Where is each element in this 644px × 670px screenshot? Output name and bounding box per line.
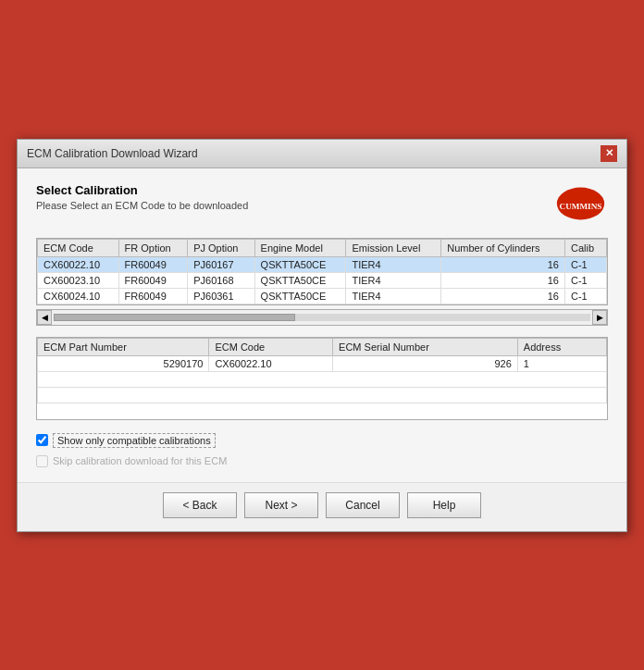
help-button[interactable]: Help (407, 492, 481, 518)
cell-address: 1 (517, 355, 606, 371)
cell-emission-level: TIER4 (346, 256, 441, 272)
cell-emission-level: TIER4 (346, 288, 441, 304)
header-text: Select Calibration Please Select an ECM … (36, 183, 248, 211)
lower-table-container: ECM Part Number ECM Code ECM Serial Numb… (36, 337, 608, 420)
upper-table-header: ECM Code FR Option PJ Option Engine Mode… (38, 239, 607, 256)
col-address: Address (517, 338, 606, 355)
dialog-title: ECM Calibration Download Wizard (27, 147, 198, 160)
col-cylinders: Number of Cylinders (441, 239, 565, 256)
col-ecm-code-lower: ECM Code (209, 338, 333, 355)
cancel-button[interactable]: Cancel (326, 492, 400, 518)
compatible-label[interactable]: Show only compatible calibrations (53, 433, 216, 448)
section-subtitle: Please Select an ECM Code to be download… (36, 200, 248, 211)
cell-cylinders: 16 (441, 272, 565, 288)
dialog-content: Select Calibration Please Select an ECM … (18, 168, 626, 482)
col-pj-option: PJ Option (188, 239, 254, 256)
cell-cylinders: 16 (441, 256, 565, 272)
table-row[interactable]: CX60023.10 FR60049 PJ60168 QSKTTA50CE TI… (38, 272, 607, 288)
lower-table-header: ECM Part Number ECM Code ECM Serial Numb… (38, 338, 607, 355)
cell-pj-option: PJ60168 (188, 272, 254, 288)
upper-table: ECM Code FR Option PJ Option Engine Mode… (37, 239, 607, 304)
header-section: Select Calibration Please Select an ECM … (36, 183, 608, 225)
skip-checkbox-row: Skip calibration download for this ECM (36, 455, 608, 467)
cell-calib: C-1 (564, 272, 606, 288)
logo-svg: CUMMINS (555, 185, 606, 222)
cell-pj-option: PJ60167 (188, 256, 254, 272)
table-row[interactable]: CX60024.10 FR60049 PJ60361 QSKTTA50CE TI… (38, 288, 607, 304)
cell-ecm-code: CX60022.10 (209, 355, 333, 371)
scroll-thumb[interactable] (54, 314, 295, 321)
dialog-window: ECM Calibration Download Wizard ✕ Select… (17, 139, 627, 532)
next-button[interactable]: Next > (244, 492, 318, 518)
upper-table-container: ECM Code FR Option PJ Option Engine Mode… (36, 238, 608, 305)
cummins-logo: CUMMINS (552, 183, 608, 225)
cell-ecm-code: CX60024.10 (38, 288, 119, 304)
lower-table: ECM Part Number ECM Code ECM Serial Numb… (37, 338, 607, 403)
scroll-track[interactable] (54, 314, 590, 321)
button-row: < Back Next > Cancel Help (18, 482, 626, 531)
cell-cylinders: 16 (441, 288, 565, 304)
compatible-checkbox-row: Show only compatible calibrations (36, 433, 608, 448)
cell-fr-option: FR60049 (118, 272, 188, 288)
col-fr-option: FR Option (118, 239, 188, 256)
col-calib: Calib (564, 239, 606, 256)
table-row[interactable]: CX60022.10 FR60049 PJ60167 QSKTTA50CE TI… (38, 256, 607, 272)
upper-table-body[interactable]: CX60022.10 FR60049 PJ60167 QSKTTA50CE TI… (38, 256, 607, 304)
cell-fr-option: FR60049 (118, 288, 188, 304)
horizontal-scrollbar[interactable]: ◀ ▶ (36, 309, 608, 326)
cell-calib: C-1 (564, 288, 606, 304)
section-title: Select Calibration (36, 183, 248, 197)
table-row[interactable]: 5290170 CX60022.10 926 1 (38, 355, 607, 371)
cell-engine-model: QSKTTA50CE (254, 272, 346, 288)
cell-fr-option: FR60049 (118, 256, 188, 272)
col-ecm-code: ECM Code (38, 239, 119, 256)
cell-pj-option: PJ60361 (188, 288, 254, 304)
compatible-checkbox[interactable] (36, 434, 48, 446)
cell-engine-model: QSKTTA50CE (254, 256, 346, 272)
cell-serial-number: 926 (333, 355, 518, 371)
col-part-number: ECM Part Number (38, 338, 209, 355)
col-serial-number: ECM Serial Number (333, 338, 518, 355)
lower-table-body: 5290170 CX60022.10 926 1 (38, 355, 607, 403)
cell-ecm-code: CX60023.10 (38, 272, 119, 288)
scroll-right-arrow[interactable]: ▶ (592, 310, 607, 325)
scroll-left-arrow[interactable]: ◀ (37, 310, 52, 325)
cell-part-number: 5290170 (38, 355, 209, 371)
cell-engine-model: QSKTTA50CE (254, 288, 346, 304)
skip-label: Skip calibration download for this ECM (53, 455, 227, 466)
cell-calib: C-1 (564, 256, 606, 272)
cell-ecm-code: CX60022.10 (38, 256, 119, 272)
svg-text:CUMMINS: CUMMINS (559, 202, 601, 211)
skip-checkbox[interactable] (36, 455, 48, 467)
cell-emission-level: TIER4 (346, 272, 441, 288)
col-engine-model: Engine Model (254, 239, 346, 256)
empty-row (38, 387, 607, 403)
col-emission-level: Emission Level (346, 239, 441, 256)
title-bar: ECM Calibration Download Wizard ✕ (18, 140, 626, 168)
close-button[interactable]: ✕ (601, 145, 617, 162)
empty-row (38, 371, 607, 387)
back-button[interactable]: < Back (163, 492, 237, 518)
